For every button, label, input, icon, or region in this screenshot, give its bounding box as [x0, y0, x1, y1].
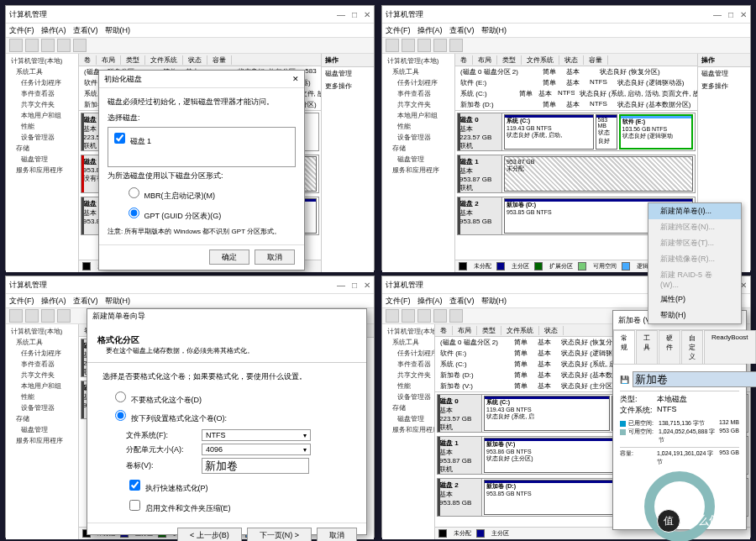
context-menu: 新建简单卷(I)... 新建跨区卷(N)... 新建带区卷(T)... 新建镜像… — [648, 202, 742, 324]
close-icon[interactable]: ✕ — [292, 75, 299, 83]
tree-root[interactable]: 计算机管理(本地) — [8, 55, 76, 66]
watermark: 值什么值得买 — [657, 509, 744, 533]
tree-svc[interactable]: 服务和应用程序 — [8, 165, 76, 176]
tool-btn[interactable] — [57, 39, 71, 52]
ctx-new-stripe: 新建带区卷(T)... — [648, 235, 741, 251]
radio-format[interactable]: 按下列设置格式化这个卷(O): — [111, 414, 227, 423]
tool-btn[interactable] — [73, 39, 87, 52]
tree-sys[interactable]: 系统工具 — [8, 66, 76, 77]
menu-help[interactable]: 帮助(H) — [105, 25, 131, 36]
back-button[interactable]: < 上一步(B) — [177, 528, 242, 541]
nav-tree: 计算机管理(本地) 系统工具 任务计划程序 事件查看器 共享文件夹 本地用户和组… — [6, 54, 79, 272]
cancel-button[interactable]: 取消 — [255, 249, 295, 265]
menu-file[interactable]: 文件(F) — [9, 25, 34, 36]
tab-custom[interactable]: 自定义 — [681, 330, 703, 364]
check-quick-format[interactable]: 执行快速格式化(P) — [126, 484, 208, 492]
window-disk-mgmt-2: 计算机管理—□✕ 文件(F)操作(A)查看(V)帮助(H) 计算机管理(本地)系… — [381, 5, 751, 270]
tree-users[interactable]: 本地用户和组 — [8, 110, 76, 121]
max-button[interactable]: □ — [352, 10, 357, 19]
toolbar — [6, 38, 374, 54]
ctx-properties[interactable]: 属性(P) — [648, 292, 741, 307]
radio-mbr[interactable]: MBR(主启动记录)(M) — [124, 192, 215, 200]
watermark-icon: 值 — [657, 509, 680, 533]
select-au[interactable]: 4096 — [202, 444, 311, 455]
ctx-new-raid: 新建 RAID-5 卷(W)... — [648, 267, 741, 292]
tree-task[interactable]: 任务计划程序 — [8, 77, 76, 88]
ctx-help[interactable]: 帮助(H) — [648, 307, 741, 323]
radio-no-format[interactable]: 不要格式化这个卷(D) — [111, 396, 202, 404]
prop-tabs: 常规 工具 硬件 自定义 ReadyBoost — [613, 330, 746, 365]
cancel-button[interactable]: 取消 — [317, 528, 357, 541]
tree-dev[interactable]: 设备管理器 — [8, 132, 76, 143]
ctx-new-span: 新建跨区卷(N)... — [648, 219, 741, 235]
dialog-new-volume-wizard: 新建简单卷向导 格式化分区要在这个磁盘上储存数据，你必须先将其格式化。 选择是否… — [87, 308, 367, 535]
close-button[interactable]: ✕ — [364, 10, 370, 19]
check-disk1[interactable] — [114, 133, 125, 144]
disk-1: 磁盘 1基本953.87 GB联机953.87 GB未分配 — [457, 155, 696, 193]
unallocated-space[interactable]: 953.87 GB未分配 — [504, 156, 693, 192]
tree-share[interactable]: 共享文件夹 — [8, 99, 76, 110]
dialog-title: 初始化磁盘 — [104, 74, 142, 85]
dialog-properties: 新加卷 (V:) 属性✕ 常规 工具 硬件 自定义 ReadyBoost 💾 类… — [612, 310, 747, 530]
column-headers: 卷布局类型文件系统状态容量 — [79, 54, 321, 66]
menu-action[interactable]: 操作(A) — [41, 25, 66, 36]
input-label[interactable] — [202, 458, 309, 474]
ok-button[interactable]: 确定 — [209, 249, 249, 265]
disk-select-list[interactable]: 磁盘 1 — [108, 127, 296, 167]
menubar: 文件(F)操作(A)查看(V)帮助(H) — [6, 24, 374, 38]
tab-hardware[interactable]: 硬件 — [659, 330, 680, 364]
tab-general[interactable]: 常规 — [613, 330, 635, 364]
disk-0: 磁盘 0基本223.57 GB联机 系统 (C:)119.43 GB NTFS状… — [457, 113, 696, 151]
tool-btn[interactable] — [41, 39, 55, 52]
radio-gpt[interactable]: GPT (GUID 分区表)(G) — [124, 212, 221, 220]
check-compress[interactable]: 启用文件和文件夹压缩(E) — [126, 504, 231, 512]
dialog-init-disk: 初始化磁盘✕ 磁盘必须经过初始化，逻辑磁盘管理器才能访问。 选择磁盘: 磁盘 1… — [98, 70, 305, 270]
title: 计算机管理 — [9, 9, 337, 20]
next-button[interactable]: 下一页(N) > — [247, 528, 312, 541]
window-disk-mgmt-1: 计算机管理—□✕ 文件(F)操作(A)查看(V)帮助(H) 计算机管理(本地) … — [5, 5, 375, 270]
tree-disk[interactable]: 磁盘管理 — [8, 154, 76, 165]
tool-btn[interactable] — [25, 39, 39, 52]
tab-tools[interactable]: 工具 — [636, 330, 658, 364]
tool-btn[interactable] — [9, 39, 23, 52]
input-vol-label[interactable] — [633, 371, 756, 387]
titlebar: 计算机管理—□✕ — [6, 6, 374, 24]
tab-readyboost[interactable]: ReadyBoost — [704, 330, 756, 364]
drive-icon: 💾 — [620, 376, 629, 384]
menu-view[interactable]: 查看(V) — [73, 25, 98, 36]
ctx-new-mirror: 新建镜像卷(R)... — [648, 251, 741, 267]
tree-perf[interactable]: 性能 — [8, 121, 76, 132]
actions-pane: 操作磁盘管理更多操作 — [321, 54, 374, 272]
window-disk-mgmt-3: 计算机管理—□✕ 文件(F)操作(A)查看(V)帮助(H) 计算机管理(本地)系… — [5, 276, 375, 538]
min-button[interactable]: — — [337, 10, 345, 19]
tree-event[interactable]: 事件查看器 — [8, 88, 76, 99]
select-fs[interactable]: NTFS — [202, 429, 311, 441]
ctx-new-simple[interactable]: 新建简单卷(I)... — [648, 203, 741, 219]
tree-storage[interactable]: 存储 — [8, 143, 76, 154]
